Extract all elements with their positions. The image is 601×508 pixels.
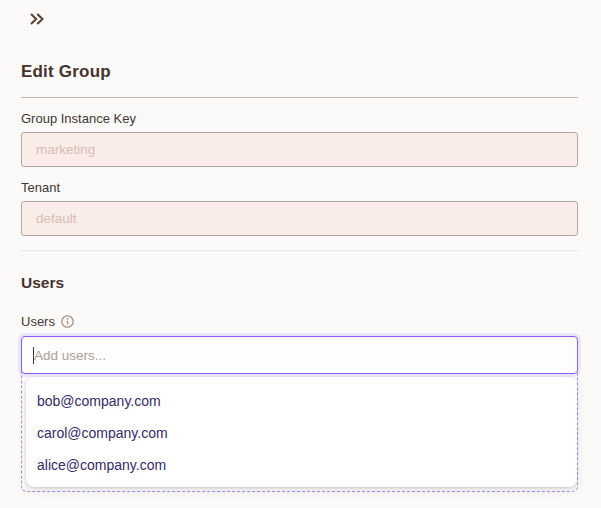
users-field-label-row: Users [21, 314, 578, 329]
header-divider [21, 97, 578, 98]
group-instance-key-label: Group Instance Key [21, 112, 578, 126]
tenant-input [21, 201, 578, 236]
users-multiselect: bob@company.com carol@company.com alice@… [21, 336, 578, 492]
chevrons-right-icon [28, 15, 45, 30]
edit-group-panel: Edit Group Group Instance Key Tenant Use… [0, 11, 601, 492]
group-instance-key-input [21, 132, 578, 167]
dropdown-option-bob[interactable]: bob@company.com [26, 385, 577, 417]
collapse-panel-button[interactable] [27, 11, 45, 29]
users-dropdown: bob@company.com carol@company.com alice@… [26, 377, 577, 487]
users-section-heading: Users [21, 274, 578, 291]
dropdown-option-carol[interactable]: carol@company.com [26, 417, 577, 449]
tenant-label: Tenant [21, 181, 578, 195]
info-icon[interactable] [60, 314, 75, 329]
page-title: Edit Group [21, 62, 578, 81]
section-divider [21, 250, 578, 251]
add-users-input[interactable] [21, 336, 578, 374]
users-field-label: Users [21, 314, 55, 329]
field-tenant: Tenant [21, 181, 578, 236]
field-group-instance-key: Group Instance Key [21, 112, 578, 167]
dropdown-option-alice[interactable]: alice@company.com [26, 449, 577, 481]
